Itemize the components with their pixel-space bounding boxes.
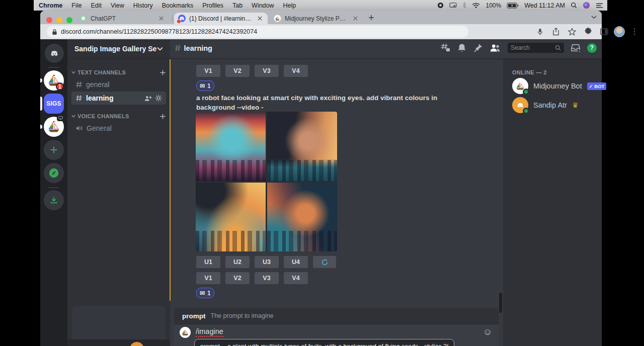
- upscale-button[interactable]: U1: [196, 256, 220, 268]
- channel-label: learning: [86, 94, 113, 102]
- variation-button[interactable]: V1: [196, 65, 220, 77]
- menu-item-window[interactable]: Window: [252, 2, 274, 9]
- zoom-window-button[interactable]: [66, 17, 72, 23]
- macos-menu-bar: Chrome File Edit View History Bookmarks …: [34, 0, 607, 11]
- spotlight-icon[interactable]: [571, 2, 577, 9]
- explore-servers-button[interactable]: [44, 163, 64, 183]
- menu-app-name[interactable]: Chrome: [39, 2, 62, 9]
- share-icon[interactable]: [549, 25, 562, 38]
- voice-channels-category[interactable]: VOICE CHANNELS: [71, 112, 166, 121]
- variation-button[interactable]: V4: [284, 272, 308, 284]
- tab-discord-active[interactable]: (1) Discord | #learning | Sandi: [174, 13, 268, 24]
- invite-people-icon[interactable]: [144, 95, 152, 102]
- create-channel-icon[interactable]: [159, 69, 166, 76]
- discord-home-button[interactable]: [45, 44, 64, 63]
- sidebar-item-general[interactable]: general: [71, 78, 166, 91]
- search-box[interactable]: [508, 43, 564, 53]
- side-panel-icon[interactable]: [598, 25, 611, 38]
- close-icon[interactable]: [157, 15, 165, 23]
- pinned-messages-icon[interactable]: [473, 43, 482, 52]
- menu-item-tab[interactable]: Tab: [232, 2, 243, 9]
- profile-avatar[interactable]: [614, 26, 625, 37]
- menu-item-bookmarks[interactable]: Bookmarks: [162, 2, 194, 9]
- upscale-button[interactable]: U2: [225, 256, 250, 268]
- url-input[interactable]: [61, 28, 463, 35]
- menu-item-file[interactable]: File: [71, 2, 82, 9]
- category-label: VOICE CHANNELS: [77, 113, 129, 119]
- bookmark-star-icon[interactable]: [566, 25, 579, 38]
- close-icon[interactable]: [256, 15, 264, 23]
- add-server-button[interactable]: [44, 140, 64, 160]
- rail-divider: [48, 67, 59, 68]
- chat-scrollbar[interactable]: [499, 293, 502, 313]
- notification-bell-icon[interactable]: [457, 43, 466, 53]
- generated-image-2[interactable]: [267, 112, 337, 181]
- wifi-icon[interactable]: [472, 3, 480, 9]
- screen-record-icon[interactable]: [437, 2, 444, 9]
- tab-chatgpt[interactable]: ChatGPT: [75, 13, 169, 24]
- member-list-icon[interactable]: [490, 44, 501, 52]
- help-icon[interactable]: ?: [587, 43, 597, 53]
- voice-search-icon[interactable]: [533, 25, 546, 38]
- slash-option-popup[interactable]: prompt The prompt to imagine: [174, 308, 499, 324]
- search-input[interactable]: [511, 44, 555, 51]
- generated-image-4[interactable]: [267, 183, 337, 252]
- rerun-button[interactable]: [313, 256, 336, 268]
- menu-item-help[interactable]: Help: [283, 2, 296, 9]
- message-composer[interactable]: /imagine ☺ prompt: [174, 324, 499, 346]
- bluetooth-icon[interactable]: [462, 2, 466, 9]
- upscale-button[interactable]: U4: [284, 256, 308, 268]
- omnibox[interactable]: [47, 26, 468, 38]
- menu-item-edit[interactable]: Edit: [91, 2, 102, 9]
- extensions-puzzle-icon[interactable]: [582, 25, 595, 38]
- variation-button[interactable]: V4: [284, 65, 308, 77]
- online-header: ONLINE — 2: [512, 69, 547, 75]
- prompt-input[interactable]: [227, 343, 448, 346]
- chrome-menu-icon[interactable]: [628, 25, 641, 38]
- create-channel-icon[interactable]: [159, 113, 166, 120]
- member-name: Sandip Atr: [533, 101, 567, 109]
- envelope-icon: ✉: [200, 290, 205, 297]
- close-window-button[interactable]: [46, 17, 52, 23]
- member-row-sandip-atr[interactable]: Sandip Atr ♛: [508, 96, 598, 115]
- variation-button[interactable]: V3: [255, 272, 279, 284]
- variation-button[interactable]: V1: [196, 272, 220, 284]
- control-center-icon[interactable]: [596, 3, 603, 9]
- midjourney-image-grid[interactable]: [196, 112, 337, 251]
- screen-share-badge-icon: [57, 115, 64, 121]
- menu-item-profiles[interactable]: Profiles: [202, 2, 223, 9]
- display-icon[interactable]: [449, 3, 457, 9]
- menu-item-history[interactable]: History: [133, 2, 153, 9]
- sidebar-item-voice-general[interactable]: General: [71, 122, 166, 135]
- inbox-button[interactable]: [571, 43, 580, 52]
- new-tab-button[interactable]: [368, 15, 374, 21]
- hash-icon: [75, 95, 83, 102]
- prompt-field[interactable]: prompt: [194, 339, 454, 346]
- close-icon[interactable]: [351, 15, 359, 23]
- tab-midjourney[interactable]: Midjourney Stylize Parameter: [270, 13, 363, 24]
- threads-icon[interactable]: [440, 43, 450, 52]
- server-header[interactable]: Sandip Image Gallery Se...: [67, 39, 170, 59]
- tab-search-chevron-icon[interactable]: [591, 15, 597, 19]
- generated-image-1[interactable]: [196, 112, 266, 181]
- server-icon-sigs[interactable]: SIGS: [44, 94, 64, 114]
- variation-button[interactable]: V2: [225, 272, 250, 284]
- upscale-button[interactable]: U3: [255, 256, 279, 268]
- sidebar-item-learning[interactable]: learning: [71, 92, 166, 105]
- hash-icon: #: [175, 43, 181, 54]
- envelope-reaction[interactable]: ✉ 1: [196, 288, 214, 298]
- download-apps-button[interactable]: [44, 190, 64, 210]
- minimize-window-button[interactable]: [56, 17, 62, 23]
- text-channels-category[interactable]: TEXT CHANNELS: [71, 68, 166, 77]
- siri-icon[interactable]: [583, 2, 590, 9]
- menu-item-view[interactable]: View: [111, 2, 124, 9]
- generated-image-3[interactable]: [196, 183, 266, 252]
- member-row-midjourney-bot[interactable]: Midjourney Bot ✓ BOT: [508, 76, 598, 96]
- gear-icon[interactable]: [155, 95, 162, 102]
- slash-command[interactable]: /imagine: [196, 327, 223, 337]
- envelope-reaction[interactable]: ✉ 1: [196, 80, 214, 91]
- emoji-picker-icon[interactable]: ☺: [483, 326, 493, 337]
- unread-pill: [40, 78, 42, 82]
- variation-button[interactable]: V2: [225, 65, 250, 77]
- variation-button[interactable]: V3: [255, 65, 279, 77]
